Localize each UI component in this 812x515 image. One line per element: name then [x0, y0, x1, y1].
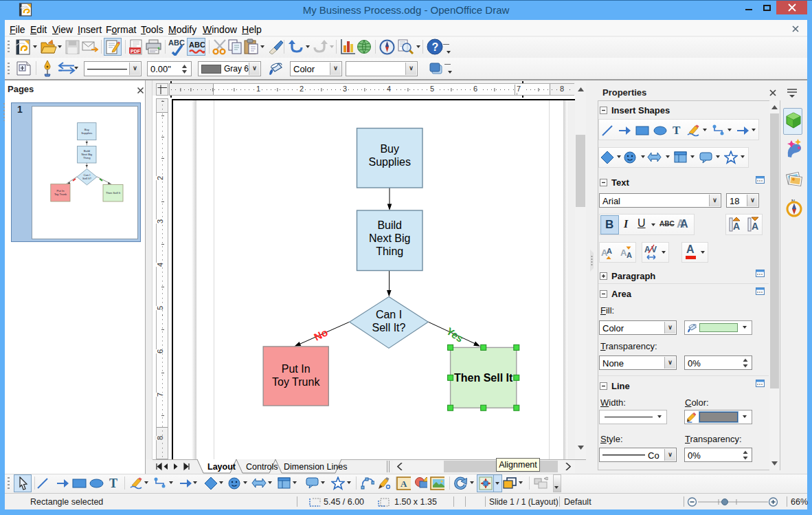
svg-text:Thing: Thing — [83, 156, 91, 160]
svg-text:Yes: Yes — [444, 325, 466, 344]
svg-text:PDF: PDF — [131, 49, 141, 54]
svg-text:ABC: ABC — [168, 39, 185, 47]
svg-text:Sell It?: Sell It? — [82, 177, 91, 180]
svg-text:ABC: ABC — [189, 41, 205, 49]
svg-text:Put In: Put In — [282, 363, 311, 375]
svg-text:Layout: Layout — [207, 462, 236, 472]
svg-text:Can I: Can I — [376, 309, 402, 320]
svg-text:Supplies: Supplies — [369, 156, 411, 168]
svg-text:Thing: Thing — [376, 245, 403, 257]
svg-text:Then Sell It: Then Sell It — [454, 372, 513, 384]
svg-text:Build: Build — [377, 219, 402, 231]
svg-text:Dimension Lines: Dimension Lines — [284, 462, 347, 472]
svg-text:A: A — [752, 221, 758, 232]
svg-text:Supplies: Supplies — [81, 131, 92, 135]
svg-text:A: A — [644, 245, 651, 254]
svg-text:Next Big: Next Big — [369, 232, 410, 244]
svg-text:A: A — [627, 251, 632, 259]
svg-text:Toy Trunk: Toy Trunk — [54, 193, 67, 196]
svg-text:Buy: Buy — [380, 143, 399, 155]
svg-text:A: A — [733, 221, 740, 232]
svg-text:A: A — [607, 247, 612, 255]
svg-text:A: A — [401, 479, 407, 489]
svg-text:Toy Trunk: Toy Trunk — [272, 376, 320, 388]
svg-text:V: V — [651, 245, 657, 254]
svg-text:?: ? — [432, 41, 439, 53]
svg-text:Then Sell It: Then Sell It — [106, 191, 121, 195]
svg-text:No: No — [312, 326, 330, 342]
svg-text:Sell It?: Sell It? — [372, 322, 406, 333]
svg-text:Controls: Controls — [246, 462, 278, 472]
